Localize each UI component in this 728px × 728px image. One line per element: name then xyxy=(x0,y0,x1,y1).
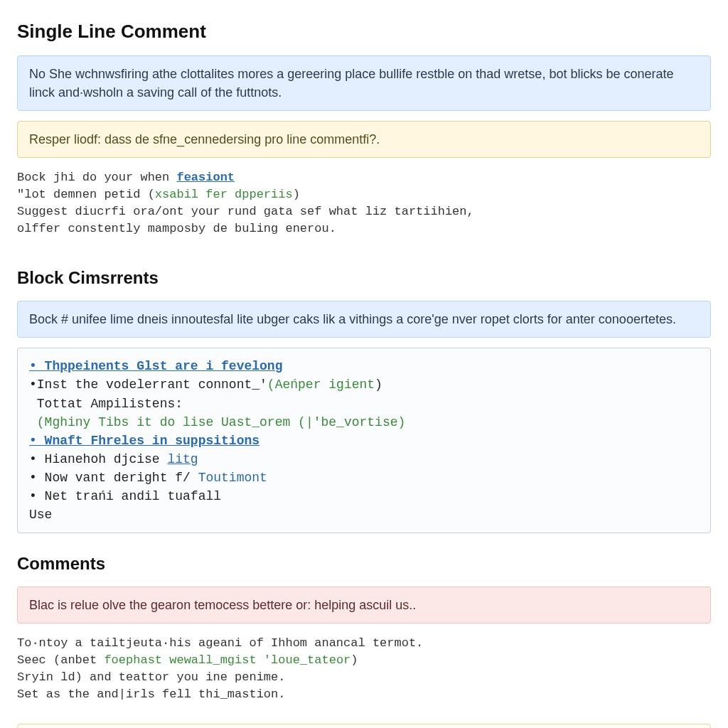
link-feasiont[interactable]: feasiont xyxy=(176,171,235,184)
info-box-single-line: No She wchnwsfiring athe clottalites mor… xyxy=(17,55,711,111)
code-block-single-line: Bock jhi do your when feasiont "lot demn… xyxy=(17,168,711,248)
heading-single-line-comment: Single Line Comment xyxy=(17,18,711,46)
code-block-comments: To·ntoy a tailtjeuta·his ageani of Ihhom… xyxy=(17,633,711,714)
info-box-block: Bock # unifee lime dneis innoutesfal lit… xyxy=(17,301,711,338)
warning-box-comments: Blac is relue olve the gearon temocess b… xyxy=(17,587,711,623)
heading-block-comments: Block Cimsrrents xyxy=(17,266,711,291)
heading-comments: Comments xyxy=(17,552,711,577)
code-box-comments-2: Nos usea tbison:"podmo it incopost) unte… xyxy=(17,724,711,728)
note-box-single-line: Resper liodf: dass de sfne_cennedersing … xyxy=(17,121,711,158)
code-box-block: • Thppeinents Glst are i fevelong •Inst … xyxy=(17,348,711,533)
